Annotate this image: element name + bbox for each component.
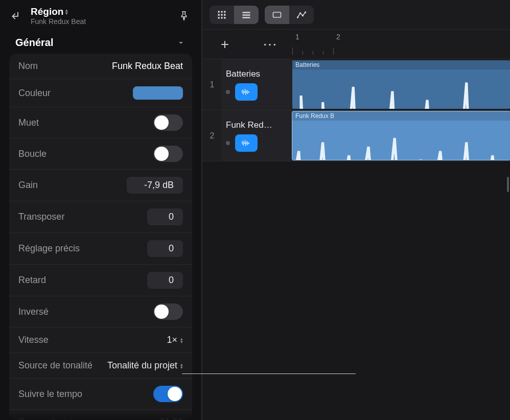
label-name: Nom	[18, 61, 38, 72]
row-reverse: Inversé	[9, 296, 192, 328]
input-gain[interactable]: -7,9 dB	[127, 177, 183, 194]
waveform-icon	[292, 121, 510, 160]
record-enable-icon[interactable]	[226, 141, 230, 145]
stepper-icon: ▴▾	[180, 363, 183, 369]
value-keysource[interactable]: Tonalité du projet ▴▾	[107, 360, 183, 371]
row-gain: Gain -7,9 dB	[9, 170, 192, 201]
pin-icon[interactable]	[177, 9, 191, 23]
row-delay: Retard 0	[9, 265, 192, 296]
section-title: Général	[15, 37, 53, 49]
inspector-subtitle: Funk Redux Beat	[31, 17, 177, 26]
region-lane[interactable]: Funk Redux B	[292, 110, 510, 161]
record-enable-icon[interactable]	[226, 90, 230, 94]
inspector-title[interactable]: Région ▴▾	[31, 6, 177, 17]
label-reverse: Inversé	[18, 307, 49, 317]
timeline-ruler[interactable]: 1 2	[292, 30, 510, 59]
track-number: 2	[202, 110, 222, 161]
color-swatch[interactable]	[133, 86, 183, 100]
label-transpose: Transposer	[18, 212, 64, 222]
audio-region[interactable]: Batteries	[292, 60, 510, 109]
label-speed: Vitesse	[18, 335, 49, 345]
waveform-icon	[292, 69, 510, 109]
more-menu-button[interactable]: ⋯	[260, 34, 280, 55]
svg-point-4	[305, 11, 306, 13]
list-view-button[interactable]	[234, 6, 259, 24]
track-type-icon[interactable]	[235, 83, 258, 101]
ruler-mark-1: 1	[295, 33, 299, 41]
row-speed: Vitesse 1× ▴▾	[9, 328, 192, 353]
inspector-header: Région ▴▾ Funk Redux Beat	[0, 0, 201, 31]
automation-mode-button[interactable]	[289, 6, 314, 24]
row-color: Couleur	[9, 79, 192, 107]
region-label: Batteries	[292, 60, 510, 69]
callout-line	[182, 374, 356, 374]
section-header-general[interactable]: Général	[0, 31, 201, 54]
properties-card: Nom Funk Redux Beat Couleur Muet Boucle …	[9, 54, 192, 420]
timeline-panel: + ⋯ 1 2 1 Batteries	[202, 0, 510, 420]
toggle-mute[interactable]	[153, 114, 183, 131]
timeline-toolbar	[202, 0, 510, 30]
label-followtempo: Suivre le tempo	[18, 389, 82, 400]
track-header[interactable]: Batteries	[222, 59, 292, 110]
stepper-icon: ▴▾	[180, 337, 183, 343]
input-delay[interactable]: 0	[147, 272, 183, 289]
timeline-subbar: + ⋯ 1 2	[202, 30, 510, 59]
ruler-mark-2: 2	[336, 33, 340, 41]
grid-view-button[interactable]	[210, 6, 234, 24]
toggle-reverse[interactable]	[153, 304, 183, 320]
inspector-title-text: Région	[31, 6, 63, 17]
region-label: Funk Redux B	[292, 111, 510, 121]
tracks-area: 1 Batteries Batteries	[202, 59, 510, 420]
row-keysource: Source de tonalité Tonalité du projet ▴▾	[9, 353, 192, 379]
label-mute: Muet	[18, 118, 39, 128]
add-track-button[interactable]: +	[215, 34, 235, 55]
track-number: 1	[202, 59, 222, 110]
speed-text: 1×	[167, 335, 177, 345]
value-origtempo: 91,00	[160, 417, 183, 420]
row-loop: Boucle	[9, 138, 192, 170]
input-finetune[interactable]: 0	[147, 240, 183, 257]
ruler-ticks	[292, 48, 510, 55]
row-name: Nom Funk Redux Beat	[9, 54, 192, 79]
toggle-loop[interactable]	[153, 146, 183, 162]
value-name[interactable]: Funk Redux Beat	[112, 61, 183, 72]
audio-region-selected[interactable]: Funk Redux B	[292, 111, 510, 160]
label-gain: Gain	[18, 180, 38, 191]
keysource-text: Tonalité du projet	[107, 360, 177, 371]
region-mode-button[interactable]	[265, 6, 289, 24]
label-color: Couleur	[18, 88, 51, 99]
row-finetune: Réglage précis 0	[9, 233, 192, 265]
row-transpose: Transposer 0	[9, 201, 192, 233]
input-transpose[interactable]: 0	[147, 208, 183, 225]
track-name: Funk Red…	[226, 120, 288, 130]
label-keysource: Source de tonalité	[18, 360, 92, 371]
row-mute: Muet	[9, 107, 192, 138]
back-icon[interactable]	[10, 9, 25, 23]
track-row[interactable]: 2 Funk Red… Funk Redux B	[202, 110, 510, 161]
track-type-icon[interactable]	[235, 134, 258, 152]
vertical-scrollbar[interactable]	[507, 177, 509, 192]
label-finetune: Réglage précis	[18, 243, 80, 254]
edit-mode-segment	[265, 6, 314, 24]
svg-point-3	[302, 15, 304, 16]
svg-rect-0	[273, 12, 281, 17]
label-delay: Retard	[18, 275, 46, 286]
chevron-down-icon	[176, 38, 186, 48]
label-origtempo: Tempo d'origine	[18, 417, 83, 420]
track-name: Batteries	[226, 69, 288, 79]
view-mode-segment	[210, 6, 259, 24]
svg-point-1	[297, 16, 298, 18]
label-loop: Boucle	[18, 149, 47, 159]
sort-icon: ▴▾	[65, 9, 68, 15]
inspector-panel: Région ▴▾ Funk Redux Beat Général Nom Fu…	[0, 0, 202, 420]
toggle-followtempo[interactable]	[153, 386, 183, 402]
svg-point-2	[299, 12, 301, 14]
track-header[interactable]: Funk Red…	[222, 110, 292, 161]
track-row[interactable]: 1 Batteries Batteries	[202, 59, 510, 110]
value-speed[interactable]: 1× ▴▾	[167, 335, 183, 345]
row-origtempo: Tempo d'origine 91,00	[9, 410, 192, 420]
row-followtempo: Suivre le tempo	[9, 379, 192, 410]
region-lane[interactable]: Batteries	[292, 59, 510, 110]
